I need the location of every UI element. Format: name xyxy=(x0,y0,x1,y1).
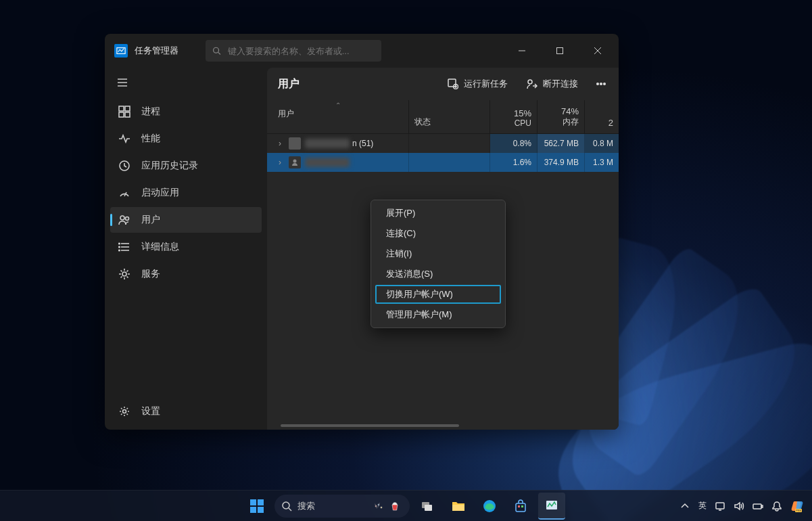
taskbar-task-view[interactable] xyxy=(414,493,441,520)
horizontal-scrollbar[interactable] xyxy=(281,424,605,427)
context-menu: 展开(P) 连接(C) 注销(I) 发送消息(S) 切换用户帐户(W) 管理用户… xyxy=(371,200,506,328)
pulse-icon xyxy=(118,133,130,145)
ctx-manage-account[interactable]: 管理用户帐户(M) xyxy=(371,304,505,325)
sidebar: 进程 性能 应用历史记录 启动应用 用户 xyxy=(105,68,267,430)
taskbar-search[interactable]: 搜索 xyxy=(274,495,410,518)
svg-point-34 xyxy=(604,83,606,85)
store-icon xyxy=(514,499,527,513)
start-button[interactable] xyxy=(243,493,270,520)
ctx-send-message[interactable]: 发送消息(S) xyxy=(371,264,505,284)
taskbar-explorer[interactable] xyxy=(445,493,472,520)
edge-icon xyxy=(482,499,497,514)
svg-point-35 xyxy=(293,160,297,163)
copilot-icon[interactable]: PRE xyxy=(790,499,805,514)
column-user[interactable]: ⌃ 用户 xyxy=(267,100,409,133)
sidebar-item-label: 用户 xyxy=(141,214,160,226)
folder-icon xyxy=(451,499,466,514)
svg-point-32 xyxy=(597,83,599,85)
svg-rect-52 xyxy=(518,505,520,507)
titlebar: 任务管理器 xyxy=(105,34,619,68)
sidebar-item-label: 服务 xyxy=(141,268,160,280)
more-button[interactable] xyxy=(590,74,612,93)
sidebar-item-history[interactable]: 应用历史记录 xyxy=(110,153,262,179)
search-icon xyxy=(212,46,221,55)
menu-icon xyxy=(117,77,128,88)
svg-rect-58 xyxy=(761,505,763,507)
column-cpu[interactable]: 15% CPU xyxy=(490,100,538,133)
svg-line-2 xyxy=(218,52,220,54)
volume-icon[interactable] xyxy=(734,501,744,512)
svg-rect-36 xyxy=(250,499,256,505)
avatar xyxy=(289,156,301,168)
svg-point-30 xyxy=(528,80,532,84)
sidebar-item-services[interactable]: 服务 xyxy=(110,261,262,287)
network-icon[interactable] xyxy=(715,501,725,512)
sidebar-item-performance[interactable]: 性能 xyxy=(110,126,262,152)
svg-point-16 xyxy=(120,216,124,220)
more-icon xyxy=(596,78,606,89)
battery-icon[interactable] xyxy=(753,501,763,512)
ctx-expand[interactable]: 展开(P) xyxy=(371,203,505,223)
sidebar-item-details[interactable]: 详细信息 xyxy=(110,234,262,260)
avatar xyxy=(289,137,301,150)
svg-rect-55 xyxy=(716,503,724,509)
taskbar-edge[interactable] xyxy=(476,493,503,520)
close-button[interactable] xyxy=(582,40,613,62)
content-panel: 用户 运行新任务 断开连接 ⌃ 用户 状态 xyxy=(267,68,619,430)
sidebar-item-label: 启动应用 xyxy=(141,187,179,199)
run-new-task-button[interactable]: 运行新任务 xyxy=(441,74,515,94)
sidebar-item-users[interactable]: 用户 xyxy=(110,207,262,233)
svg-rect-11 xyxy=(125,106,130,111)
sidebar-item-label: 设置 xyxy=(141,405,160,417)
play-plus-icon xyxy=(448,78,458,89)
svg-point-24 xyxy=(122,272,126,276)
taskbar-task-manager[interactable] xyxy=(538,493,565,520)
table-row[interactable]: › 1.6% 374.9 MB 1.3 M xyxy=(267,153,619,172)
column-memory[interactable]: 74% 内存 xyxy=(538,100,585,133)
settings-icon xyxy=(118,405,130,417)
disconnect-button[interactable]: 断开连接 xyxy=(520,74,585,94)
svg-point-22 xyxy=(119,246,120,248)
ctx-signoff[interactable]: 注销(I) xyxy=(371,244,505,264)
svg-rect-38 xyxy=(250,507,256,513)
svg-text:PRE: PRE xyxy=(796,509,802,512)
sidebar-item-label: 性能 xyxy=(141,133,160,145)
task-manager-window: 任务管理器 进程 性能 xyxy=(105,34,619,430)
users-icon xyxy=(118,214,130,226)
hamburger-button[interactable] xyxy=(110,70,135,95)
svg-rect-12 xyxy=(119,112,124,117)
table-row[interactable]: › n (51) 0.8% 562.7 MB 0.8 M xyxy=(267,134,619,153)
ctx-switch-user[interactable]: 切换用户帐户(W) xyxy=(375,285,501,304)
taskbar-store[interactable] xyxy=(507,493,534,520)
taskbar: 搜索 英 PRE xyxy=(0,490,812,521)
svg-rect-54 xyxy=(546,501,557,509)
svg-rect-57 xyxy=(753,504,761,509)
sidebar-item-startup[interactable]: 启动应用 xyxy=(110,180,262,206)
table-header: ⌃ 用户 状态 15% CPU 74% 内存 2 xyxy=(267,100,619,134)
expand-icon[interactable]: › xyxy=(274,158,286,167)
ctx-connect[interactable]: 连接(C) xyxy=(371,223,505,244)
column-extra[interactable]: 2 xyxy=(585,100,619,133)
search-icon xyxy=(281,501,292,512)
maximize-button[interactable] xyxy=(544,40,575,62)
sidebar-item-processes[interactable]: 进程 xyxy=(110,99,262,124)
bell-icon[interactable] xyxy=(771,501,782,512)
app-title: 任务管理器 xyxy=(135,45,178,57)
list-icon xyxy=(118,241,130,253)
chevron-up-icon[interactable] xyxy=(679,501,690,512)
column-status[interactable]: 状态 xyxy=(409,100,490,133)
username-redacted xyxy=(305,158,350,167)
sidebar-settings[interactable]: 设置 xyxy=(110,399,262,424)
expand-icon[interactable]: › xyxy=(274,139,286,148)
ime-indicator[interactable]: 英 xyxy=(698,500,707,512)
svg-point-25 xyxy=(123,410,126,413)
gauge-icon xyxy=(118,187,130,199)
svg-rect-37 xyxy=(258,499,264,505)
minimize-button[interactable] xyxy=(506,40,538,62)
svg-rect-49 xyxy=(452,505,464,511)
windows-icon xyxy=(249,499,264,514)
search-box[interactable] xyxy=(206,40,381,62)
page-title: 用户 xyxy=(278,77,435,91)
username-redacted xyxy=(305,139,350,148)
search-input[interactable] xyxy=(228,46,375,56)
